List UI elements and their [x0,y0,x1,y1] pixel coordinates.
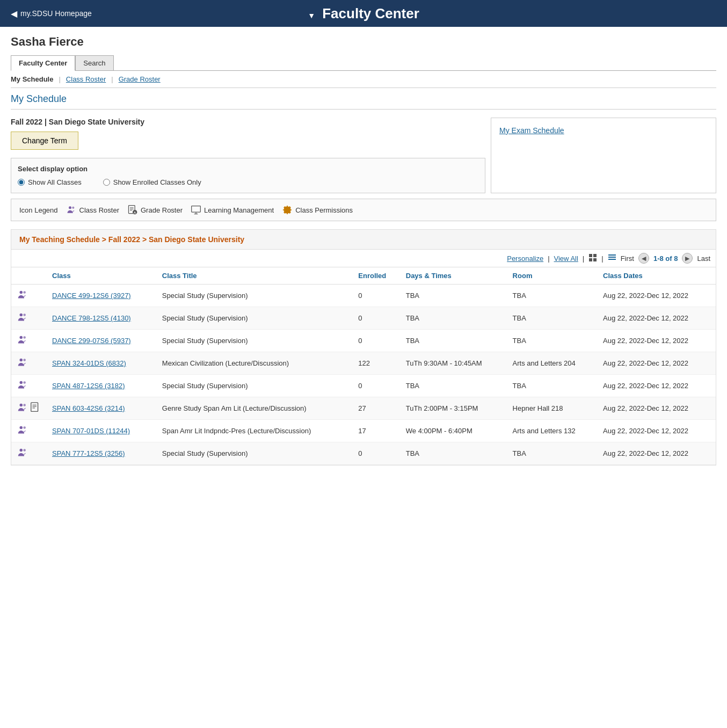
row-icon-cell [11,352,47,375]
row-class-title: Special Study (Supervision) [157,330,353,352]
col-room: Room [507,267,598,285]
svg-point-28 [23,381,26,384]
view-all-link[interactable]: View All [554,254,578,263]
radio-show-all-label: Show All Classes [28,178,82,186]
svg-point-23 [20,336,23,339]
gear-legend-icon [282,205,293,215]
svg-rect-8 [192,206,201,213]
term-info: Fall 2022 | San Diego State University [11,118,485,126]
prev-page-button[interactable]: ◀ [638,253,649,264]
table-row: DANCE 299-07S6 (5937)Special Study (Supe… [11,330,716,352]
table-row: DANCE 499-12S6 (3927)Special Study (Supe… [11,285,716,307]
svg-rect-12 [589,254,592,257]
class-link[interactable]: DANCE 798-12S5 (4130) [52,314,131,322]
svg-rect-18 [608,259,616,260]
table-controls: Personalize | View All | | First ◀ 1-8 o… [11,250,716,267]
exam-schedule-link[interactable]: My Exam Schedule [499,126,564,135]
table-header-row: Class Class Title Enrolled Days & Times … [11,267,716,285]
row-enrolled: 122 [353,352,400,375]
change-term-button[interactable]: Change Term [11,132,78,150]
svg-point-24 [23,336,26,339]
personalize-link[interactable]: Personalize [507,254,543,263]
svg-point-0 [69,206,71,209]
radio-show-enrolled[interactable]: Show Enrolled Classes Only [103,178,201,186]
sub-nav-my-schedule: My Schedule [11,75,53,83]
row-class-dates: Aug 22, 2022-Dec 12, 2022 [598,397,716,420]
sub-nav-grade-roster[interactable]: Grade Roster [119,75,161,83]
left-panel: Fall 2022 | San Diego State University C… [11,118,485,193]
right-panel: My Exam Schedule [491,118,716,193]
row-days-times: TBA [401,375,507,397]
svg-point-22 [23,314,26,316]
grid-icon-2[interactable] [608,253,616,264]
row-class-title: Mexican Civilization (Lecture/Discussion… [157,352,353,375]
radio-show-all-input[interactable] [18,179,25,186]
row-icon-cell [11,330,47,352]
row-class-dates: Aug 22, 2022-Dec 12, 2022 [598,375,716,397]
svg-rect-15 [593,258,597,261]
row-class-title: Special Study (Supervision) [157,285,353,307]
row-days-times: TBA [401,307,507,330]
row-class-dates: Aug 22, 2022-Dec 12, 2022 [598,330,716,352]
svg-rect-14 [589,258,592,261]
back-link[interactable]: ◀ my.SDSU Homepage [11,9,92,19]
class-link[interactable]: SPAN 777-12S5 (3256) [52,449,125,457]
back-arrow-icon: ◀ [11,9,17,19]
pagination-info: 1-8 of 8 [653,254,678,263]
display-option-label: Select display option [18,165,478,173]
row-days-times: TuTh 9:30AM - 10:45AM [401,352,507,375]
table-row: SPAN 487-12S6 (3182)Special Study (Super… [11,375,716,397]
row-enrolled: 0 [353,307,400,330]
display-option-section: Select display option Show All Classes S… [11,158,485,193]
class-link[interactable]: SPAN 707-01DS (11244) [52,427,130,435]
col-icon [11,267,47,285]
legend-learning-mgmt: Learning Management [191,205,274,215]
row-icon-cell [11,442,47,465]
row-enrolled: 0 [353,375,400,397]
table-row: SPAN 777-12S5 (3256)Special Study (Super… [11,442,716,465]
dropdown-triangle-icon: ▼ [308,11,315,20]
legend-learning-mgmt-label: Learning Management [204,206,274,214]
row-class-title: Special Study (Supervision) [157,375,353,397]
people-icon [17,334,28,347]
row-enrolled: 0 [353,285,400,307]
class-link[interactable]: DANCE 299-07S6 (5937) [52,337,131,345]
svg-point-38 [23,449,26,452]
radio-show-all[interactable]: Show All Classes [18,178,82,186]
sub-nav-class-roster[interactable]: Class Roster [66,75,106,83]
row-enrolled: 0 [353,442,400,465]
row-icon-cell [11,285,47,307]
row-room: TBA [507,442,598,465]
sub-nav-sep-2: | [111,75,113,83]
svg-point-35 [20,426,23,429]
next-page-button[interactable]: ▶ [682,253,693,264]
people-icon [17,379,28,392]
tab-search[interactable]: Search [75,55,113,70]
svg-point-27 [20,381,23,384]
icon-legend-label: Icon Legend [19,206,58,214]
radio-show-enrolled-input[interactable] [103,179,110,186]
sub-nav-sep-1: | [59,75,60,83]
grid-icon-1[interactable] [588,253,597,264]
svg-rect-31 [31,403,38,412]
row-days-times: TBA [401,442,507,465]
last-label[interactable]: Last [697,254,710,263]
schedule-table: Class Class Title Enrolled Days & Times … [11,267,716,465]
row-days-times: TuTh 2:00PM - 3:15PM [401,397,507,420]
class-link[interactable]: DANCE 499-12S6 (3927) [52,292,131,300]
schedule-section: My Teaching Schedule > Fall 2022 > San D… [11,229,716,465]
row-class-title: Span Amr Lit Indpndc-Pres (Lecture/Discu… [157,420,353,442]
svg-point-19 [20,291,23,294]
class-link[interactable]: SPAN 324-01DS (6832) [52,359,126,367]
row-icon-cell [11,307,47,330]
legend-grade-roster: A Grade Roster [127,205,183,215]
class-link[interactable]: SPAN 603-42S6 (3214) [52,404,125,412]
class-link[interactable]: SPAN 487-12S6 (3182) [52,382,125,390]
row-days-times: TBA [401,330,507,352]
first-label[interactable]: First [621,254,634,263]
back-link-label: my.SDSU Homepage [20,9,92,18]
row-room: TBA [507,285,598,307]
svg-rect-13 [593,254,597,257]
tab-faculty-center[interactable]: Faculty Center [11,55,75,71]
people-icon [17,311,28,325]
